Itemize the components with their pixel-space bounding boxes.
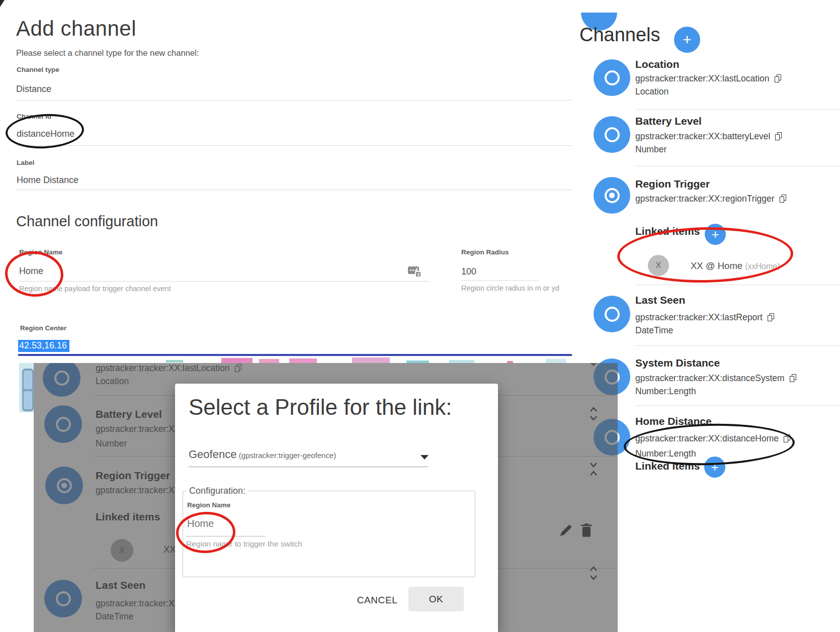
- channel-configuration-title: Channel configuration: [16, 213, 158, 230]
- channel-name: Location: [635, 58, 680, 70]
- region-center-focus-underline: [18, 354, 572, 356]
- ok-button[interactable]: OK: [408, 587, 464, 611]
- configuration-legend: Configuration:: [187, 486, 248, 496]
- divider: [635, 285, 840, 285]
- add-channel-button[interactable]: +: [674, 27, 700, 53]
- region-radius-input[interactable]: 100: [461, 266, 476, 277]
- profile-select[interactable]: Geofence (gpstracker:trigger-geofence): [189, 448, 336, 461]
- keypad-3-icon[interactable]: 3: [408, 265, 422, 278]
- profile-select-value: Geofence: [189, 448, 236, 461]
- divider: [635, 166, 840, 166]
- channel-name: Battery Level: [635, 115, 702, 127]
- copy-icon[interactable]: [790, 374, 797, 383]
- channel-type: Number:Length: [635, 386, 696, 397]
- channel-uid: gpstracker:tracker:XX:distanceSystem: [635, 373, 785, 384]
- channel-uid: gpstracker:tracker:XX:lastLocation: [635, 73, 770, 84]
- channel-type-select[interactable]: Distance: [16, 84, 51, 95]
- state-channel-icon: [594, 296, 630, 332]
- channel-id-underline: [15, 145, 572, 146]
- channel-type-underline: [15, 100, 572, 101]
- copy-icon[interactable]: [768, 313, 775, 322]
- state-channel-icon: [594, 59, 630, 96]
- copy-icon[interactable]: [775, 74, 782, 83]
- cancel-button[interactable]: CANCEL: [350, 595, 405, 606]
- map-sliver: [34, 356, 572, 363]
- channel-uid: gpstracker:tracker:XX:batteryLevel: [635, 131, 770, 142]
- region-center-label: Region Center: [20, 324, 66, 332]
- state-channel-icon: [594, 116, 630, 153]
- intro-text: Please select a channel type for the new…: [16, 48, 199, 58]
- screen: Add channel Please select a channel type…: [0, 0, 840, 632]
- channel-uid: gpstracker:tracker:XX:regionTrigger: [635, 194, 775, 204]
- region-radius-label: Region Radius: [461, 248, 509, 256]
- divider: [635, 345, 840, 346]
- dialog-region-name-label: Region Name: [187, 501, 230, 509]
- channel-name: System Distance: [635, 357, 720, 369]
- channels-panel-title: Channels: [579, 24, 660, 46]
- black-ellipse-annotation: [623, 422, 795, 468]
- channel-type-label: Channel type: [17, 66, 59, 73]
- region-radius-underline: [461, 280, 538, 281]
- trigger-channel-icon: [594, 177, 630, 214]
- channel-type: Location: [635, 86, 668, 97]
- region-center-input[interactable]: 42.53,16.16: [18, 340, 69, 352]
- channel-name: Last Seen: [635, 294, 685, 306]
- profile-select-detail: (gpstracker:trigger-geofence): [239, 451, 336, 460]
- page-title: Add channel: [16, 17, 136, 41]
- channel-name: Region Trigger: [635, 178, 710, 190]
- label-field-input[interactable]: Home Distance: [17, 175, 78, 186]
- dropdown-caret-icon[interactable]: [421, 455, 429, 460]
- channel-type: DateTime: [635, 325, 673, 336]
- channel-uid-row: gpstracker:tracker:XX:lastLocation: [635, 73, 782, 84]
- profile-dialog: Select a Profile for the link: Geofence …: [175, 384, 498, 632]
- channel-uid-row: gpstracker:tracker:XX:batteryLevel: [635, 131, 782, 142]
- channel-type: Number: [635, 144, 666, 155]
- region-radius-helper: Region circle radius in m or yd: [461, 284, 559, 292]
- divider: [635, 109, 840, 110]
- channel-uid: gpstracker:tracker:XX:lastReport: [635, 312, 763, 323]
- label-field-label: Label: [17, 159, 34, 166]
- channel-uid-row: gpstracker:tracker:XX:regionTrigger: [635, 194, 787, 204]
- divider: [635, 405, 840, 406]
- copy-icon[interactable]: [775, 132, 782, 141]
- dialog-title: Select a Profile for the link:: [189, 395, 452, 420]
- copy-icon[interactable]: [780, 195, 787, 203]
- label-field-underline: [15, 190, 572, 190]
- region-name-underline: [19, 281, 429, 282]
- corner-artifact: [0, 0, 5, 7]
- profile-select-underline: [189, 467, 428, 467]
- channel-uid-row: gpstracker:tracker:XX:lastReport: [635, 312, 775, 323]
- channel-uid-row: gpstracker:tracker:XX:distanceSystem: [635, 373, 797, 384]
